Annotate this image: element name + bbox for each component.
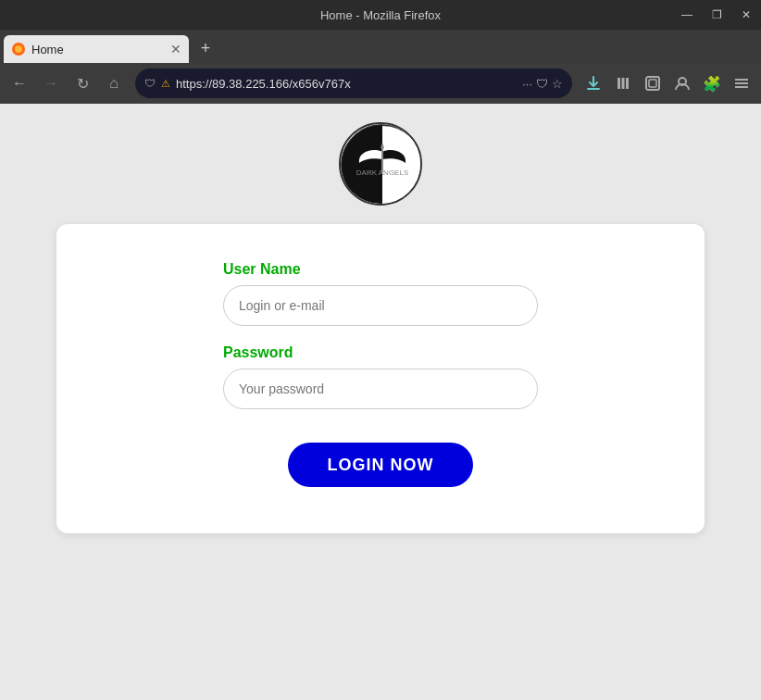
tab-label: Home (31, 43, 165, 56)
page-content: DARK ANGELS User Name (0, 104, 761, 700)
login-button[interactable]: LOGIN NOW (288, 443, 473, 487)
svg-rect-10 (735, 86, 748, 88)
svg-rect-3 (622, 78, 625, 89)
tab-close-button[interactable]: ✕ (170, 42, 181, 56)
reload-icon: ↻ (77, 75, 89, 93)
url-extra-icons: ··· 🛡 ☆ (522, 77, 563, 91)
svg-rect-2 (618, 78, 620, 89)
username-input[interactable] (223, 285, 538, 326)
firefox-icon (11, 42, 26, 56)
svg-rect-8 (735, 79, 748, 81)
password-input[interactable] (223, 369, 538, 409)
password-label: Password (223, 344, 538, 361)
url-bar[interactable]: 🛡 ⚠ https://89.38.225.166/x656v767x ··· … (135, 69, 572, 98)
minimize-button[interactable]: — (672, 0, 702, 30)
close-button[interactable]: ✕ (731, 0, 761, 30)
nav-bar: ← → ↻ ⌂ 🛡 ⚠ https://89.38.225.166/x656v7… (0, 63, 761, 104)
svg-rect-4 (626, 78, 629, 89)
account-button[interactable] (668, 69, 696, 97)
svg-point-1 (15, 45, 22, 53)
extensions-button[interactable]: 🧩 (698, 69, 726, 97)
maximize-button[interactable]: ❐ (702, 0, 731, 30)
download-button[interactable] (580, 69, 607, 97)
tabs-button[interactable] (639, 69, 667, 97)
back-button[interactable]: ← (6, 69, 33, 97)
title-bar: Home - Mozilla Firefox — ❐ ✕ (0, 0, 761, 30)
pocket-icon[interactable]: 🛡 (536, 77, 548, 91)
url-text: https://89.38.225.166/x656v767x (176, 77, 517, 91)
username-label: User Name (223, 261, 538, 278)
history-button[interactable] (609, 69, 637, 97)
svg-rect-9 (735, 82, 748, 84)
username-field-group: User Name (223, 261, 538, 326)
forward-icon: → (44, 75, 58, 92)
browser-window: Home - Mozilla Firefox — ❐ ✕ Home ✕ + ← … (0, 0, 761, 700)
forward-button[interactable]: → (37, 69, 65, 97)
login-card: User Name Password LOGIN NOW (56, 224, 705, 533)
nav-right-icons: 🧩 (580, 69, 755, 97)
menu-button[interactable] (728, 69, 755, 97)
reload-button[interactable]: ↻ (69, 69, 96, 97)
new-tab-button[interactable]: + (193, 35, 218, 61)
window-title: Home - Mozilla Firefox (0, 8, 761, 22)
svg-rect-6 (649, 80, 656, 87)
window-controls: — ❐ ✕ (672, 0, 761, 30)
password-field-group: Password (223, 344, 538, 409)
site-logo: DARK ANGELS (339, 122, 422, 206)
more-options-icon[interactable]: ··· (522, 77, 532, 91)
svg-rect-5 (646, 77, 659, 90)
logo-container: DARK ANGELS (339, 122, 422, 206)
active-tab[interactable]: Home ✕ (4, 35, 189, 63)
tab-bar: Home ✕ + (0, 30, 761, 63)
shield-icon: 🛡 (144, 77, 156, 90)
home-button[interactable]: ⌂ (100, 69, 128, 97)
home-icon: ⌂ (109, 75, 119, 92)
warning-icon: ⚠ (161, 78, 170, 90)
bookmark-icon[interactable]: ☆ (552, 77, 563, 91)
back-icon: ← (12, 75, 27, 92)
